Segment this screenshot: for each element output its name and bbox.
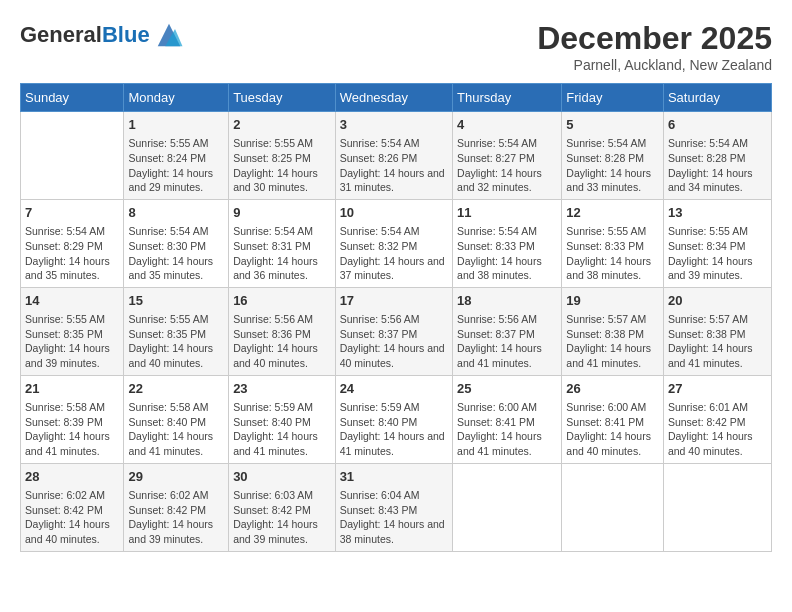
day-number: 18 (457, 292, 557, 310)
calendar-cell: 7Sunrise: 5:54 AMSunset: 8:29 PMDaylight… (21, 199, 124, 287)
cell-content: Sunrise: 6:00 AMSunset: 8:41 PMDaylight:… (457, 400, 557, 459)
cell-content: Sunrise: 5:57 AMSunset: 8:38 PMDaylight:… (668, 312, 767, 371)
calendar-cell: 19Sunrise: 5:57 AMSunset: 8:38 PMDayligh… (562, 287, 664, 375)
day-number: 12 (566, 204, 659, 222)
day-number: 10 (340, 204, 448, 222)
calendar-cell: 6Sunrise: 5:54 AMSunset: 8:28 PMDaylight… (663, 112, 771, 200)
cell-content: Sunrise: 6:01 AMSunset: 8:42 PMDaylight:… (668, 400, 767, 459)
calendar-cell: 16Sunrise: 5:56 AMSunset: 8:36 PMDayligh… (229, 287, 336, 375)
calendar-cell: 18Sunrise: 5:56 AMSunset: 8:37 PMDayligh… (453, 287, 562, 375)
day-number: 21 (25, 380, 119, 398)
cell-content: Sunrise: 5:58 AMSunset: 8:39 PMDaylight:… (25, 400, 119, 459)
calendar-cell: 22Sunrise: 5:58 AMSunset: 8:40 PMDayligh… (124, 375, 229, 463)
calendar-cell (663, 463, 771, 551)
cell-content: Sunrise: 5:56 AMSunset: 8:37 PMDaylight:… (457, 312, 557, 371)
header-friday: Friday (562, 84, 664, 112)
cell-content: Sunrise: 6:00 AMSunset: 8:41 PMDaylight:… (566, 400, 659, 459)
header-sunday: Sunday (21, 84, 124, 112)
calendar-cell: 30Sunrise: 6:03 AMSunset: 8:42 PMDayligh… (229, 463, 336, 551)
title-section: December 2025 Parnell, Auckland, New Zea… (537, 20, 772, 73)
calendar-week-row: 1Sunrise: 5:55 AMSunset: 8:24 PMDaylight… (21, 112, 772, 200)
cell-content: Sunrise: 5:54 AMSunset: 8:31 PMDaylight:… (233, 224, 331, 283)
calendar-cell: 11Sunrise: 5:54 AMSunset: 8:33 PMDayligh… (453, 199, 562, 287)
day-number: 28 (25, 468, 119, 486)
cell-content: Sunrise: 5:54 AMSunset: 8:28 PMDaylight:… (668, 136, 767, 195)
calendar-cell: 1Sunrise: 5:55 AMSunset: 8:24 PMDaylight… (124, 112, 229, 200)
month-year-title: December 2025 (537, 20, 772, 57)
header-saturday: Saturday (663, 84, 771, 112)
calendar-cell: 4Sunrise: 5:54 AMSunset: 8:27 PMDaylight… (453, 112, 562, 200)
cell-content: Sunrise: 5:57 AMSunset: 8:38 PMDaylight:… (566, 312, 659, 371)
day-number: 22 (128, 380, 224, 398)
day-number: 11 (457, 204, 557, 222)
cell-content: Sunrise: 5:59 AMSunset: 8:40 PMDaylight:… (233, 400, 331, 459)
calendar-cell: 15Sunrise: 5:55 AMSunset: 8:35 PMDayligh… (124, 287, 229, 375)
calendar-cell: 17Sunrise: 5:56 AMSunset: 8:37 PMDayligh… (335, 287, 452, 375)
cell-content: Sunrise: 5:59 AMSunset: 8:40 PMDaylight:… (340, 400, 448, 459)
cell-content: Sunrise: 5:55 AMSunset: 8:24 PMDaylight:… (128, 136, 224, 195)
day-number: 15 (128, 292, 224, 310)
logo-general: General (20, 22, 102, 47)
calendar-cell: 12Sunrise: 5:55 AMSunset: 8:33 PMDayligh… (562, 199, 664, 287)
day-number: 29 (128, 468, 224, 486)
day-number: 4 (457, 116, 557, 134)
cell-content: Sunrise: 5:56 AMSunset: 8:36 PMDaylight:… (233, 312, 331, 371)
cell-content: Sunrise: 5:54 AMSunset: 8:32 PMDaylight:… (340, 224, 448, 283)
cell-content: Sunrise: 5:58 AMSunset: 8:40 PMDaylight:… (128, 400, 224, 459)
day-number: 27 (668, 380, 767, 398)
calendar-cell: 26Sunrise: 6:00 AMSunset: 8:41 PMDayligh… (562, 375, 664, 463)
cell-content: Sunrise: 5:54 AMSunset: 8:33 PMDaylight:… (457, 224, 557, 283)
calendar-cell: 24Sunrise: 5:59 AMSunset: 8:40 PMDayligh… (335, 375, 452, 463)
day-number: 2 (233, 116, 331, 134)
cell-content: Sunrise: 5:55 AMSunset: 8:35 PMDaylight:… (25, 312, 119, 371)
calendar-week-row: 7Sunrise: 5:54 AMSunset: 8:29 PMDaylight… (21, 199, 772, 287)
day-number: 3 (340, 116, 448, 134)
calendar-cell: 29Sunrise: 6:02 AMSunset: 8:42 PMDayligh… (124, 463, 229, 551)
day-number: 26 (566, 380, 659, 398)
cell-content: Sunrise: 6:02 AMSunset: 8:42 PMDaylight:… (128, 488, 224, 547)
calendar-cell: 8Sunrise: 5:54 AMSunset: 8:30 PMDaylight… (124, 199, 229, 287)
calendar-cell: 5Sunrise: 5:54 AMSunset: 8:28 PMDaylight… (562, 112, 664, 200)
calendar-cell: 23Sunrise: 5:59 AMSunset: 8:40 PMDayligh… (229, 375, 336, 463)
header-monday: Monday (124, 84, 229, 112)
logo: GeneralBlue (20, 20, 184, 50)
day-number: 5 (566, 116, 659, 134)
cell-content: Sunrise: 5:55 AMSunset: 8:25 PMDaylight:… (233, 136, 331, 195)
cell-content: Sunrise: 6:02 AMSunset: 8:42 PMDaylight:… (25, 488, 119, 547)
cell-content: Sunrise: 5:55 AMSunset: 8:35 PMDaylight:… (128, 312, 224, 371)
cell-content: Sunrise: 5:55 AMSunset: 8:34 PMDaylight:… (668, 224, 767, 283)
calendar-week-row: 21Sunrise: 5:58 AMSunset: 8:39 PMDayligh… (21, 375, 772, 463)
header-tuesday: Tuesday (229, 84, 336, 112)
calendar-cell: 13Sunrise: 5:55 AMSunset: 8:34 PMDayligh… (663, 199, 771, 287)
cell-content: Sunrise: 5:54 AMSunset: 8:30 PMDaylight:… (128, 224, 224, 283)
calendar-cell: 25Sunrise: 6:00 AMSunset: 8:41 PMDayligh… (453, 375, 562, 463)
days-header-row: Sunday Monday Tuesday Wednesday Thursday… (21, 84, 772, 112)
cell-content: Sunrise: 5:55 AMSunset: 8:33 PMDaylight:… (566, 224, 659, 283)
calendar-week-row: 14Sunrise: 5:55 AMSunset: 8:35 PMDayligh… (21, 287, 772, 375)
calendar-cell: 10Sunrise: 5:54 AMSunset: 8:32 PMDayligh… (335, 199, 452, 287)
day-number: 7 (25, 204, 119, 222)
day-number: 1 (128, 116, 224, 134)
page-header: GeneralBlue December 2025 Parnell, Auckl… (20, 20, 772, 73)
cell-content: Sunrise: 6:04 AMSunset: 8:43 PMDaylight:… (340, 488, 448, 547)
cell-content: Sunrise: 5:54 AMSunset: 8:28 PMDaylight:… (566, 136, 659, 195)
calendar-week-row: 28Sunrise: 6:02 AMSunset: 8:42 PMDayligh… (21, 463, 772, 551)
header-thursday: Thursday (453, 84, 562, 112)
calendar-table: Sunday Monday Tuesday Wednesday Thursday… (20, 83, 772, 552)
day-number: 14 (25, 292, 119, 310)
day-number: 16 (233, 292, 331, 310)
logo-icon (154, 20, 184, 50)
calendar-cell: 3Sunrise: 5:54 AMSunset: 8:26 PMDaylight… (335, 112, 452, 200)
day-number: 17 (340, 292, 448, 310)
day-number: 6 (668, 116, 767, 134)
calendar-cell: 27Sunrise: 6:01 AMSunset: 8:42 PMDayligh… (663, 375, 771, 463)
day-number: 24 (340, 380, 448, 398)
cell-content: Sunrise: 5:56 AMSunset: 8:37 PMDaylight:… (340, 312, 448, 371)
day-number: 13 (668, 204, 767, 222)
calendar-cell: 20Sunrise: 5:57 AMSunset: 8:38 PMDayligh… (663, 287, 771, 375)
cell-content: Sunrise: 5:54 AMSunset: 8:27 PMDaylight:… (457, 136, 557, 195)
calendar-cell: 9Sunrise: 5:54 AMSunset: 8:31 PMDaylight… (229, 199, 336, 287)
calendar-cell (453, 463, 562, 551)
header-wednesday: Wednesday (335, 84, 452, 112)
calendar-cell (21, 112, 124, 200)
